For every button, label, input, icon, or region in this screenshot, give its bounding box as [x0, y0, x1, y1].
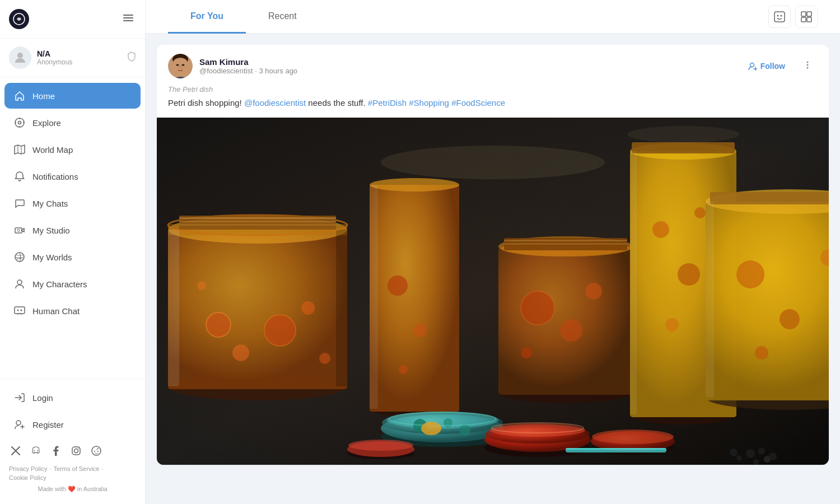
- sidebar-item-login[interactable]: Login: [4, 385, 141, 410]
- svg-point-121: [348, 440, 413, 451]
- hashtag-petri[interactable]: #PetriDish: [368, 98, 407, 108]
- sidebar-item-my-chats[interactable]: My Chats: [4, 190, 141, 216]
- svg-rect-104: [632, 142, 735, 153]
- discord-icon[interactable]: [29, 444, 43, 458]
- hamburger-button[interactable]: [120, 10, 136, 29]
- svg-point-122: [746, 449, 755, 458]
- svg-point-125: [753, 459, 759, 465]
- svg-point-114: [780, 309, 800, 329]
- shield-icon: [127, 52, 136, 64]
- sidebar-item-home[interactable]: Home: [4, 83, 141, 109]
- top-nav: For You Recent: [146, 0, 840, 34]
- sidebar-item-human-chat[interactable]: Human Chat: [4, 298, 141, 324]
- explore-icon: [13, 116, 26, 129]
- characters-icon: [13, 278, 26, 290]
- sidebar-item-my-worlds[interactable]: My Worlds: [4, 244, 141, 270]
- svg-point-24: [94, 451, 95, 452]
- facebook-icon[interactable]: [49, 444, 63, 458]
- logo[interactable]: [9, 9, 29, 29]
- svg-point-102: [665, 318, 679, 332]
- main-content: For You Recent: [146, 0, 840, 504]
- svg-point-130: [627, 126, 739, 143]
- svg-rect-9: [15, 228, 22, 233]
- sidebar-item-notifications-label: Notifications: [32, 172, 78, 181]
- post-image: [157, 118, 829, 465]
- svg-rect-32: [801, 17, 806, 22]
- post-author-avatar: [168, 54, 193, 78]
- user-handle: Anonymous: [37, 58, 122, 66]
- sidebar-item-my-characters-label: My Characters: [32, 279, 87, 289]
- svg-point-28: [777, 15, 779, 16]
- svg-point-17: [16, 421, 21, 425]
- sidebar-item-world-map[interactable]: World Map: [4, 137, 141, 162]
- svg-rect-62: [179, 221, 336, 222]
- svg-point-58: [319, 353, 330, 364]
- sidebar-bottom: Login Register: [0, 379, 145, 504]
- sidebar-item-explore-label: Explore: [32, 118, 61, 128]
- svg-rect-65: [370, 185, 459, 412]
- more-options-button[interactable]: [797, 57, 818, 76]
- svg-point-103: [694, 207, 706, 218]
- tab-recent[interactable]: Recent: [246, 1, 319, 34]
- svg-point-129: [381, 146, 605, 179]
- post-title: The Petri dish: [157, 85, 829, 97]
- svg-point-126: [764, 456, 771, 463]
- hashtag-foodscience[interactable]: #FoodScience: [451, 98, 505, 108]
- follow-button[interactable]: Follow: [743, 58, 791, 74]
- sidebar-item-register[interactable]: Register: [4, 412, 141, 437]
- user-section: N/A Anonymous: [0, 39, 145, 77]
- svg-point-77: [459, 424, 470, 436]
- svg-point-55: [264, 315, 296, 346]
- svg-point-43: [807, 64, 809, 66]
- layout-button[interactable]: [795, 6, 818, 28]
- post-header-actions: Follow: [743, 57, 818, 76]
- terms-of-service-link[interactable]: Terms of Service: [54, 465, 100, 472]
- sidebar-item-my-studio[interactable]: My Studio: [4, 217, 141, 243]
- top-nav-actions: [768, 6, 818, 28]
- svg-rect-33: [807, 17, 811, 22]
- svg-point-36: [173, 58, 188, 68]
- home-icon: [13, 90, 26, 102]
- svg-point-54: [232, 344, 249, 361]
- svg-point-85: [585, 283, 602, 300]
- mention-link[interactable]: @foodiescientist: [244, 98, 306, 108]
- tab-for-you[interactable]: For You: [168, 1, 246, 34]
- reddit-icon[interactable]: [90, 444, 103, 458]
- twitter-icon[interactable]: [9, 444, 22, 458]
- privacy-policy-link[interactable]: Privacy Policy: [9, 465, 47, 472]
- svg-point-22: [78, 448, 80, 449]
- hashtag-shopping[interactable]: #Shopping: [409, 98, 449, 108]
- sidebar-item-human-chat-label: Human Chat: [32, 306, 80, 316]
- bell-icon: [13, 170, 26, 183]
- post-header: Sam Kimura @foodiescientist · 3 hours ag…: [157, 45, 829, 85]
- svg-point-84: [560, 319, 582, 342]
- face-button[interactable]: [768, 6, 791, 28]
- post-card: Sam Kimura @foodiescientist · 3 hours ag…: [157, 45, 829, 465]
- user-name: N/A: [37, 49, 122, 58]
- sidebar-item-notifications[interactable]: Notifications: [4, 164, 141, 189]
- svg-rect-51: [168, 230, 179, 386]
- svg-point-100: [652, 221, 669, 238]
- sidebar-item-my-worlds-label: My Worlds: [32, 253, 72, 262]
- sidebar-item-world-map-label: World Map: [32, 145, 73, 155]
- cookie-policy-link[interactable]: Cookie Policy: [9, 474, 46, 481]
- svg-point-56: [301, 301, 315, 315]
- svg-rect-63: [179, 224, 336, 226]
- svg-rect-132: [566, 448, 666, 450]
- svg-point-53: [206, 312, 231, 337]
- svg-point-38: [182, 64, 185, 66]
- sidebar-item-explore[interactable]: Explore: [4, 110, 141, 136]
- worlds-icon: [13, 251, 26, 263]
- svg-rect-48: [168, 230, 347, 389]
- sidebar-item-home-label: Home: [32, 91, 55, 101]
- sidebar-item-my-characters[interactable]: My Characters: [4, 271, 141, 297]
- svg-rect-52: [336, 230, 347, 386]
- svg-point-29: [781, 15, 782, 16]
- social-icons: [0, 438, 145, 463]
- follow-label: Follow: [760, 62, 785, 71]
- svg-point-39: [750, 63, 754, 67]
- post-meta: Sam Kimura @foodiescientist · 3 hours ag…: [199, 57, 743, 75]
- chat-icon: [13, 197, 26, 209]
- instagram-icon[interactable]: [69, 444, 83, 458]
- svg-point-6: [18, 122, 21, 124]
